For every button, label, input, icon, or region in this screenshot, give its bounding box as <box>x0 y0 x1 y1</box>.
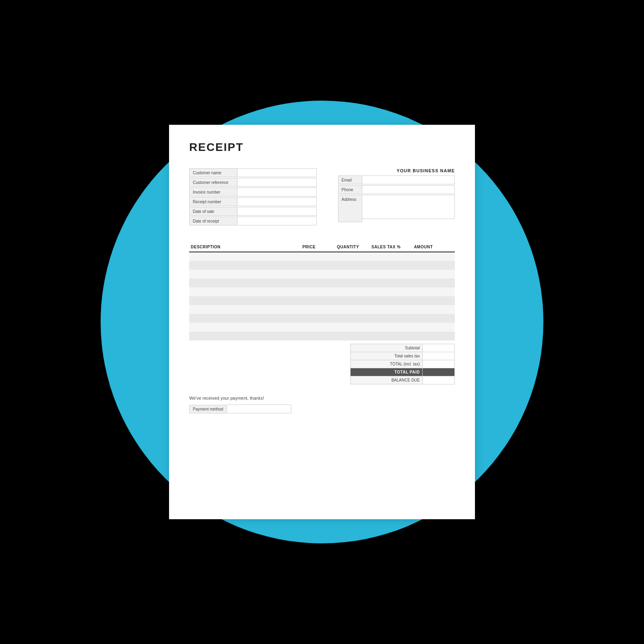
totals-label: Total sales tax <box>351 352 423 360</box>
receipt-title: RECEIPT <box>189 141 455 154</box>
email-label: Email <box>338 175 362 184</box>
table-cell[interactable] <box>412 323 455 332</box>
date-of-sale-label: Date of sale <box>189 207 237 216</box>
table-cell[interactable] <box>412 332 455 341</box>
table-row[interactable] <box>189 252 455 261</box>
table-cell[interactable] <box>301 305 335 314</box>
table-cell[interactable] <box>189 261 301 270</box>
table-cell[interactable] <box>370 261 413 270</box>
table-cell[interactable] <box>370 287 413 296</box>
table-cell[interactable] <box>189 287 301 296</box>
col-sales-tax: SALES TAX % <box>370 242 413 252</box>
col-description: DESCRIPTION <box>189 242 301 252</box>
totals-value[interactable] <box>423 376 455 384</box>
totals-value[interactable] <box>423 360 455 368</box>
table-cell[interactable] <box>370 332 413 341</box>
table-cell[interactable] <box>335 314 370 323</box>
table-cell[interactable] <box>335 270 370 279</box>
table-cell[interactable] <box>370 305 413 314</box>
customer-reference-value[interactable] <box>237 178 317 187</box>
date-of-receipt-row: Date of receipt <box>189 217 317 225</box>
table-cell[interactable] <box>412 279 455 287</box>
table-row[interactable] <box>189 305 455 314</box>
table-cell[interactable] <box>412 252 455 261</box>
address-value[interactable] <box>362 195 455 219</box>
table-cell[interactable] <box>189 314 301 323</box>
table-row[interactable] <box>189 314 455 323</box>
receipt-number-row: Receipt number <box>189 197 317 206</box>
phone-label: Phone <box>338 185 362 194</box>
table-cell[interactable] <box>335 323 370 332</box>
table-cell[interactable] <box>301 270 335 279</box>
table-cell[interactable] <box>335 287 370 296</box>
table-cell[interactable] <box>301 323 335 332</box>
table-cell[interactable] <box>301 261 335 270</box>
table-cell[interactable] <box>189 252 301 261</box>
table-cell[interactable] <box>301 279 335 287</box>
table-row[interactable] <box>189 323 455 332</box>
table-row[interactable] <box>189 270 455 279</box>
table-row[interactable] <box>189 261 455 270</box>
address-label: Address <box>338 195 362 222</box>
table-cell[interactable] <box>335 261 370 270</box>
totals-section: SubtotalTotal sales taxTOTAL (incl. tax)… <box>189 344 455 384</box>
customer-name-label: Customer name <box>189 168 237 177</box>
table-cell[interactable] <box>335 332 370 341</box>
table-row[interactable] <box>189 287 455 296</box>
table-cell[interactable] <box>412 270 455 279</box>
customer-reference-row: Customer reference <box>189 178 317 187</box>
table-cell[interactable] <box>301 252 335 261</box>
table-cell[interactable] <box>335 279 370 287</box>
receipt-number-label: Receipt number <box>189 197 237 206</box>
right-fields: YOUR BUSINESS NAME Email Phone Address <box>338 168 455 226</box>
table-row[interactable] <box>189 332 455 341</box>
date-of-sale-value[interactable] <box>237 207 317 216</box>
table-cell[interactable] <box>412 287 455 296</box>
customer-name-value[interactable] <box>237 168 317 177</box>
totals-value[interactable] <box>423 352 455 360</box>
date-of-receipt-value[interactable] <box>237 217 317 225</box>
date-of-sale-row: Date of sale <box>189 207 317 216</box>
table-cell[interactable] <box>335 296 370 305</box>
totals-value[interactable] <box>423 344 455 352</box>
col-quantity: QUANTITY <box>335 242 370 252</box>
table-cell[interactable] <box>189 305 301 314</box>
table-cell[interactable] <box>189 279 301 287</box>
table-cell[interactable] <box>412 314 455 323</box>
customer-name-row: Customer name <box>189 168 317 177</box>
table-cell[interactable] <box>370 270 413 279</box>
email-value[interactable] <box>362 175 455 184</box>
table-cell[interactable] <box>335 305 370 314</box>
table-cell[interactable] <box>412 305 455 314</box>
totals-value[interactable] <box>423 368 455 376</box>
table-cell[interactable] <box>301 296 335 305</box>
table-cell[interactable] <box>189 332 301 341</box>
totals-label: Subtotal <box>351 344 423 352</box>
table-row[interactable] <box>189 279 455 287</box>
table-row[interactable] <box>189 296 455 305</box>
payment-method-label: Payment method <box>189 405 227 413</box>
bottom-left: We've received your payment, thanks! Pay… <box>189 392 291 413</box>
phone-value[interactable] <box>362 185 455 194</box>
table-cell[interactable] <box>301 287 335 296</box>
receipt-number-value[interactable] <box>237 197 317 206</box>
left-fields: Customer name Customer reference Invoice… <box>189 168 317 226</box>
table-cell[interactable] <box>301 332 335 341</box>
invoice-number-value[interactable] <box>237 188 317 196</box>
payment-method-value[interactable] <box>227 405 291 413</box>
table-cell[interactable] <box>189 270 301 279</box>
table-cell[interactable] <box>370 314 413 323</box>
items-table: DESCRIPTION PRICE QUANTITY SALES TAX % A… <box>189 242 455 341</box>
payment-method-row: Payment method <box>189 405 291 413</box>
address-row: Address <box>338 195 455 222</box>
table-cell[interactable] <box>301 314 335 323</box>
table-cell[interactable] <box>412 296 455 305</box>
table-cell[interactable] <box>189 296 301 305</box>
table-cell[interactable] <box>370 252 413 261</box>
table-cell[interactable] <box>370 323 413 332</box>
table-cell[interactable] <box>189 323 301 332</box>
table-cell[interactable] <box>412 261 455 270</box>
table-cell[interactable] <box>370 296 413 305</box>
table-cell[interactable] <box>335 252 370 261</box>
table-cell[interactable] <box>370 279 413 287</box>
